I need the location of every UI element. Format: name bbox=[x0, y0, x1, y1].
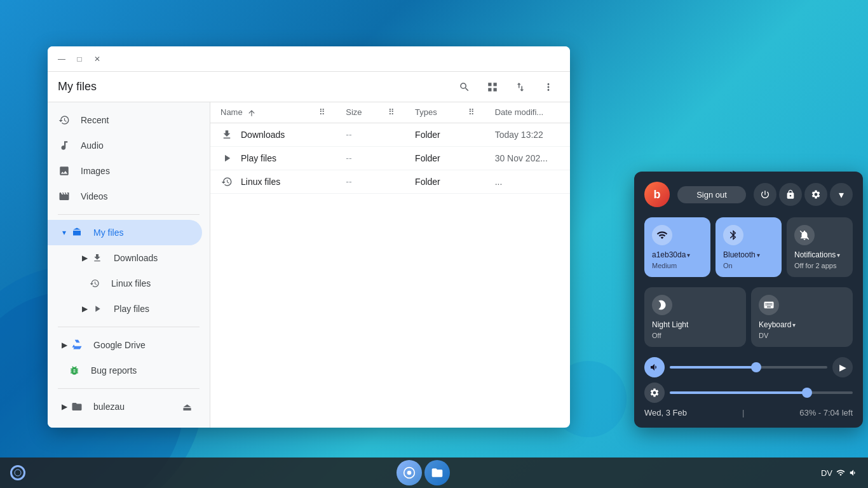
sidebar-recent-label: Recent bbox=[81, 115, 192, 125]
wifi-tile[interactable]: a1eb30da ▾ Medium bbox=[644, 217, 710, 277]
file-name-cell: Play files bbox=[210, 146, 309, 170]
col-name-header[interactable]: Name bbox=[210, 102, 309, 123]
sidebar-bulezau-label: bulezau bbox=[93, 402, 182, 412]
power-button[interactable] bbox=[754, 183, 776, 206]
sidebar-item-downloads[interactable]: ▶ Downloads bbox=[58, 245, 202, 271]
file-name-cell: Linux files bbox=[210, 170, 309, 193]
qs-footer: Wed, 3 Feb | 63% - 7:04 left bbox=[644, 408, 853, 417]
volume-expand-button[interactable]: ▶ bbox=[832, 357, 853, 377]
night-light-tile-icon bbox=[652, 295, 672, 315]
sidebar-linux-files-label: Linux files bbox=[111, 278, 186, 288]
qs-footer-divider: | bbox=[742, 408, 744, 417]
my-files-icon bbox=[71, 226, 83, 239]
play-files-icon bbox=[91, 302, 104, 315]
grid-view-button[interactable] bbox=[481, 76, 504, 98]
brightness-icon bbox=[644, 383, 665, 403]
table-header-row: Name ⠿ Size ⠿ Types ⠿ Date modifi... bbox=[210, 102, 570, 123]
notifications-tile-name: Notifications ▾ bbox=[794, 250, 840, 259]
file-type-cell: Folder bbox=[405, 146, 458, 170]
sidebar-item-linux-files[interactable]: Linux files ⠿ bbox=[58, 271, 202, 296]
quick-settings-panel: b Sign out ▾ a1eb30da ▾ Med bbox=[634, 172, 863, 428]
minimize-button[interactable]: — bbox=[55, 53, 68, 65]
sidebar-divider-3 bbox=[58, 388, 200, 389]
taskbar-files-icon[interactable] bbox=[424, 460, 450, 485]
row-drag-2 bbox=[378, 146, 405, 170]
qs-tiles-row1: a1eb30da ▾ Medium Bluetooth ▾ On Notific… bbox=[644, 217, 853, 277]
volume-slider[interactable] bbox=[670, 366, 827, 369]
sidebar-item-play-files[interactable]: ▶ Play files bbox=[58, 296, 202, 322]
more-icon bbox=[543, 81, 554, 93]
bluetooth-tile-sub: On bbox=[723, 262, 733, 269]
wifi-tile-icon bbox=[652, 225, 672, 245]
main-content: Name ⠿ Size ⠿ Types ⠿ Date modifi... bbox=[210, 102, 570, 428]
grid-icon bbox=[487, 81, 498, 93]
sidebar-item-bug-reports[interactable]: Bug reports bbox=[48, 358, 202, 383]
qs-header-buttons: ▾ bbox=[754, 183, 853, 206]
qs-expand-button[interactable]: ▾ bbox=[830, 183, 853, 206]
col-drag-2: ⠿ bbox=[378, 102, 405, 123]
file-type-cell: Folder bbox=[405, 123, 458, 146]
sidebar-divider bbox=[58, 214, 200, 215]
file-size-cell: -- bbox=[336, 170, 378, 193]
file-manager-window: — □ ✕ My files Recent bbox=[48, 46, 570, 428]
qs-date: Wed, 3 Feb bbox=[644, 408, 687, 417]
sidebar-images-label: Images bbox=[81, 166, 192, 176]
system-tray[interactable]: DV bbox=[816, 466, 863, 480]
window-controls: — □ ✕ bbox=[55, 53, 104, 65]
file-type-icon bbox=[220, 175, 233, 188]
settings-button[interactable] bbox=[804, 183, 827, 206]
bluetooth-tile[interactable]: Bluetooth ▾ On bbox=[715, 217, 782, 277]
sidebar-item-recent[interactable]: Recent bbox=[48, 107, 202, 133]
sidebar-item-bulezau[interactable]: ▶ bulezau ⏏ bbox=[48, 394, 202, 419]
more-options-button[interactable] bbox=[537, 76, 560, 98]
col-size-header[interactable]: Size bbox=[336, 102, 378, 123]
night-light-tile-name: Night Light bbox=[652, 320, 688, 329]
sort-button[interactable] bbox=[509, 76, 532, 98]
user-avatar: b bbox=[644, 182, 670, 207]
night-light-tile[interactable]: Night Light Off bbox=[644, 287, 746, 347]
system-tray-label: DV bbox=[821, 468, 832, 478]
sign-out-button[interactable]: Sign out bbox=[677, 186, 746, 203]
window-titlebar: — □ ✕ bbox=[48, 46, 570, 72]
col-types-header[interactable]: Types bbox=[405, 102, 458, 123]
table-row[interactable]: Linux files -- Folder ... bbox=[210, 170, 570, 193]
wifi-tile-name: a1eb30da ▾ bbox=[652, 250, 690, 259]
brightness-slider[interactable] bbox=[670, 391, 853, 394]
svg-point-1 bbox=[15, 470, 21, 476]
file-date-cell: Today 13:22 bbox=[485, 123, 570, 146]
sidebar-bug-reports-label: Bug reports bbox=[91, 365, 192, 376]
sidebar-item-audio[interactable]: Audio bbox=[48, 133, 202, 158]
launcher-button[interactable] bbox=[5, 460, 31, 485]
wifi-tile-sub: Medium bbox=[652, 262, 677, 269]
toolbar-title: My files bbox=[58, 80, 448, 93]
sidebar-item-google-drive[interactable]: ▶ Google Drive bbox=[48, 332, 202, 358]
keyboard-tile-sub: DV bbox=[759, 332, 768, 339]
notifications-tile[interactable]: Notifications ▾ Off for 2 apps bbox=[787, 217, 853, 277]
bluetooth-chevron-icon: ▾ bbox=[757, 252, 760, 259]
maximize-button[interactable]: □ bbox=[73, 53, 86, 65]
table-row[interactable]: Play files -- Folder 30 Nov 202... bbox=[210, 146, 570, 170]
lock-button[interactable] bbox=[779, 183, 802, 206]
brightness-slider-row bbox=[644, 383, 853, 403]
notifications-tile-icon bbox=[794, 225, 815, 245]
file-date-cell: 30 Nov 202... bbox=[485, 146, 570, 170]
file-name: Downloads bbox=[241, 130, 285, 140]
my-files-expand-icon: ▾ bbox=[58, 226, 71, 239]
volume-slider-row: ▶ bbox=[644, 357, 853, 377]
search-button[interactable] bbox=[453, 76, 476, 98]
sidebar-item-images[interactable]: Images bbox=[48, 158, 202, 184]
keyboard-tile[interactable]: Keyboard ▾ DV bbox=[751, 287, 853, 347]
downloads-icon bbox=[91, 252, 104, 264]
qs-header: b Sign out ▾ bbox=[644, 182, 853, 207]
col-date-header[interactable]: Date modifi... bbox=[485, 102, 570, 123]
taskbar-launcher-icon[interactable] bbox=[397, 460, 422, 485]
keyboard-tile-name: Keyboard ▾ bbox=[759, 320, 796, 329]
night-light-tile-sub: Off bbox=[652, 332, 661, 339]
keyboard-chevron-icon: ▾ bbox=[792, 322, 796, 329]
table-row[interactable]: Downloads -- Folder Today 13:22 bbox=[210, 123, 570, 146]
sidebar-item-videos[interactable]: Videos bbox=[48, 184, 202, 209]
bluetooth-tile-name: Bluetooth ▾ bbox=[723, 250, 760, 259]
close-button[interactable]: ✕ bbox=[91, 53, 104, 65]
sidebar-my-files-label: My files bbox=[93, 227, 192, 238]
sidebar-item-my-files[interactable]: ▾ My files bbox=[48, 220, 202, 245]
